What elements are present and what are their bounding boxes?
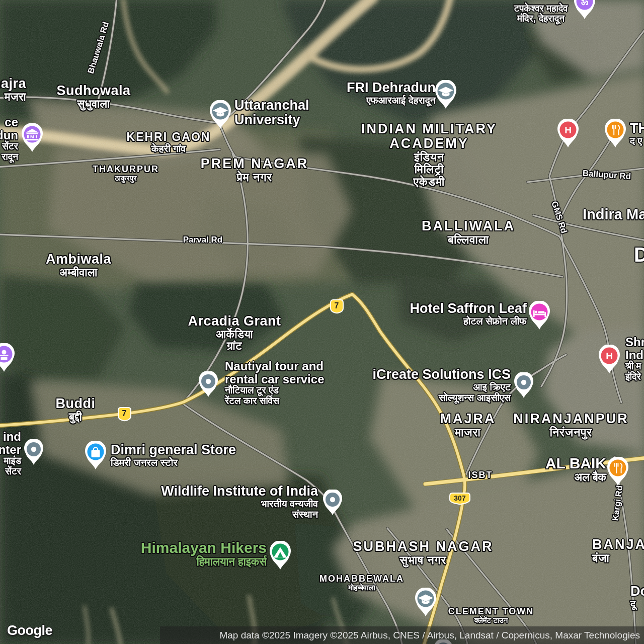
label-majra-left-cut[interactable]: najraमजरा bbox=[0, 76, 26, 103]
label-subhash-nagar-line[interactable]: सुभाष नगर bbox=[353, 554, 493, 567]
label-icreate-solutions-line[interactable]: सोल्यूशन्स आइसीएस bbox=[372, 392, 511, 403]
label-indira-market-cut[interactable]: Indira Mar bbox=[583, 207, 644, 222]
marker-icreate-solutions-poi-icon[interactable] bbox=[513, 372, 534, 400]
attribution-text[interactable]: Map data ©2025 Imagery ©2025 Airbus, CNE… bbox=[219, 630, 640, 641]
label-himalayan-hikers[interactable]: Himalayan Hikersहिमालयान हाइकर्स bbox=[141, 540, 267, 568]
marker-fri-dehradun-school-icon[interactable] bbox=[434, 80, 457, 111]
label-the-right-cut[interactable]: THद ए bbox=[630, 121, 644, 146]
label-science-centre-cut[interactable]: cedunसेंटररादून bbox=[0, 116, 18, 162]
label-banjarawala-cut-line[interactable]: बंजा bbox=[592, 552, 644, 565]
label-dimri-general-store[interactable]: Dimri general Storeडिमरी जनरल स्टोर bbox=[111, 443, 236, 468]
label-wildlife-institute[interactable]: Wildlife Institute of Indiaभारतीय वन्यजी… bbox=[161, 484, 318, 520]
marker-himalayan-hikers-camp-icon[interactable] bbox=[269, 541, 292, 572]
label-balliwala[interactable]: BALLIWALAबल्लिवाला bbox=[422, 219, 515, 246]
label-dehradun-city-cut-line[interactable]: D bbox=[634, 244, 644, 266]
label-balliwala-line[interactable]: बल्लिवाला bbox=[422, 233, 515, 246]
label-science-centre-cut-line[interactable]: dun bbox=[0, 129, 18, 142]
label-indira-market-cut-line[interactable]: Indira Mar bbox=[583, 207, 644, 222]
marker-hospital-top-hospital-icon[interactable]: H bbox=[556, 119, 580, 150]
label-isbt[interactable]: ISBT bbox=[468, 470, 493, 480]
label-arcadia-grant-line[interactable]: Arcadia Grant bbox=[188, 314, 281, 329]
label-shri-hospital-cut-line[interactable]: श्री म bbox=[625, 361, 644, 371]
label-balliwala-line[interactable]: BALLIWALA bbox=[422, 219, 515, 233]
label-clement-town-line[interactable]: CLEMENT TOWN bbox=[448, 607, 534, 616]
label-sudhowala-line[interactable]: Sudhowala bbox=[56, 84, 130, 98]
marker-restaurant-top-restaurant-icon[interactable] bbox=[604, 119, 627, 150]
label-kehri-gaon-line[interactable]: केहरी गांव bbox=[127, 143, 211, 154]
label-indian-military-academy-line[interactable]: INDIAN MILITARY bbox=[361, 122, 497, 136]
label-majra-left-cut-line[interactable]: मजरा bbox=[0, 91, 26, 103]
label-icreate-solutions-line[interactable]: iCreate Solutions ICS bbox=[372, 367, 511, 382]
route-badge-7[interactable]: 7 bbox=[118, 407, 131, 422]
marker-mind-center-poi-icon[interactable] bbox=[23, 439, 44, 467]
label-ambiwala[interactable]: Ambiwalaअम्बीवाला bbox=[46, 252, 111, 278]
label-tapkeshwar-temple[interactable]: टपकेश्वर महादेवमंदिर, देहरादून bbox=[514, 4, 568, 24]
marker-clement-school-school-icon[interactable] bbox=[414, 588, 437, 619]
label-clement-town[interactable]: CLEMENT TOWNक्लेमेंट टाउन bbox=[448, 607, 534, 624]
label-fri-dehradun-line[interactable]: FRI Dehradun bbox=[347, 80, 436, 95]
label-niranjanpur[interactable]: NIRANJANPURनिरंजनपुर bbox=[513, 412, 629, 438]
marker-nautiyal-car-service-poi-icon[interactable] bbox=[198, 371, 219, 399]
marker-al-baik-restaurant-icon[interactable] bbox=[606, 457, 629, 488]
marker-uttaranchal-university-school-icon[interactable] bbox=[209, 100, 232, 131]
label-isbt-line[interactable]: ISBT bbox=[468, 470, 493, 480]
label-do-right-cut-line[interactable]: दू bbox=[630, 599, 644, 609]
marker-tapkeshwar-temple-om-icon[interactable]: ॐ bbox=[573, 0, 596, 22]
route-badge-label[interactable]: 307 bbox=[449, 493, 470, 505]
label-fri-dehradun-line[interactable]: एफआरआई देहरादून bbox=[347, 95, 436, 106]
route-badge-7[interactable]: 7 bbox=[330, 299, 344, 314]
route-badge-label[interactable]: 7 bbox=[118, 407, 131, 422]
label-wildlife-institute-line[interactable]: Wildlife Institute of India bbox=[161, 484, 318, 499]
label-tapkeshwar-temple-line[interactable]: मंदिर, देहरादून bbox=[514, 14, 568, 24]
label-buddi[interactable]: Buddiबुद्दी bbox=[56, 396, 96, 423]
label-shri-hospital-cut-line[interactable]: Shr bbox=[625, 336, 644, 349]
label-majra[interactable]: MAJRAमाजरा bbox=[440, 412, 496, 438]
label-al-baik-line[interactable]: अल बैक bbox=[545, 471, 606, 484]
label-prem-nagar-line[interactable]: PREM NAGAR bbox=[201, 156, 309, 171]
label-kehri-gaon-line[interactable]: KEHRI GAON bbox=[127, 131, 211, 143]
label-uttaranchal-university[interactable]: UttaranchalUniversity bbox=[234, 98, 309, 127]
label-prem-nagar-line[interactable]: प्रेम नगर bbox=[201, 171, 309, 184]
label-sudhowala-line[interactable]: सुधुवाला bbox=[56, 98, 130, 110]
label-nautiyal-car-service[interactable]: Nautiyal tour andrental car serviceनौटिय… bbox=[225, 360, 324, 406]
label-science-centre-cut-line[interactable]: रादून bbox=[0, 152, 18, 162]
label-science-centre-cut-line[interactable]: सेंटर bbox=[0, 141, 18, 151]
label-himalayan-hikers-line[interactable]: हिमालयान हाइकर्स bbox=[141, 556, 267, 568]
label-nautiyal-car-service-line[interactable]: Nautiyal tour and bbox=[225, 360, 324, 373]
label-thakurpur-line[interactable]: ठाकुरपुर bbox=[93, 175, 159, 183]
label-indian-military-academy-line[interactable]: एकेडमी bbox=[361, 176, 497, 188]
label-mind-center-cut-line[interactable]: nter bbox=[0, 443, 21, 456]
label-indian-military-academy-line[interactable]: ACADEMY bbox=[361, 136, 497, 151]
label-wildlife-institute-line[interactable]: भारतीय वन्यजीव bbox=[161, 499, 318, 509]
label-hotel-saffron-leaf-line[interactable]: Hotel Saffron Leaf bbox=[410, 301, 527, 316]
label-indian-military-academy-line[interactable]: मिलिट्री bbox=[361, 164, 497, 176]
google-logo[interactable]: Google bbox=[7, 623, 52, 638]
label-shri-hospital-cut-line[interactable]: इंदिरे bbox=[625, 372, 644, 382]
marker-wildlife-institute-poi-icon[interactable] bbox=[322, 490, 343, 518]
marker-hotel-saffron-leaf-hotel-icon[interactable] bbox=[528, 301, 551, 332]
label-banjarawala-cut[interactable]: BANJAबंजा bbox=[592, 537, 644, 564]
label-mohabbewala-line[interactable]: MOHABBEWALA bbox=[319, 574, 404, 584]
google-maps-satellite-view[interactable]: najraमजराSudhowalaसुधुवालाBhauwala Rdced… bbox=[0, 0, 644, 644]
label-majra-left-cut-line[interactable]: najra bbox=[0, 76, 26, 91]
label-nautiyal-car-service-line[interactable]: नौटियाल टूर एंड bbox=[225, 385, 324, 395]
marker-temple-left-edge-temple-icon[interactable] bbox=[0, 343, 16, 374]
label-hotel-saffron-leaf-line[interactable]: होटल सेफ्रोन लीफ bbox=[410, 316, 527, 327]
label-mind-center-cut[interactable]: indnterमाइंडसेंटर bbox=[0, 430, 21, 476]
label-majra-line[interactable]: MAJRA bbox=[440, 412, 496, 426]
label-science-centre-cut-line[interactable]: ce bbox=[0, 116, 18, 129]
label-sudhowala[interactable]: Sudhowalaसुधुवाला bbox=[56, 84, 130, 110]
label-mind-center-cut-line[interactable]: ind bbox=[0, 430, 21, 443]
label-ambiwala-line[interactable]: Ambiwala bbox=[46, 252, 111, 267]
label-subhash-nagar-line[interactable]: SUBHASH NAGAR bbox=[353, 539, 493, 554]
label-arcadia-grant[interactable]: Arcadia Grantआर्केडियाग्रांट bbox=[188, 314, 281, 352]
label-do-right-cut-line[interactable]: Do bbox=[630, 584, 644, 599]
attribution-bar[interactable]: Map data ©2025 Imagery ©2025 Airbus, CNE… bbox=[160, 626, 644, 644]
label-al-baik-line[interactable]: AL BAIK bbox=[545, 455, 606, 471]
label-banjarawala-cut-line[interactable]: BANJA bbox=[592, 537, 644, 552]
label-ambiwala-line[interactable]: अम्बीवाला bbox=[46, 267, 111, 279]
label-do-right-cut[interactable]: Doदू bbox=[630, 584, 644, 609]
label-kehri-gaon[interactable]: KEHRI GAONकेहरी गांव bbox=[127, 131, 211, 154]
label-thakurpur[interactable]: THAKURPURठाकुरपुर bbox=[93, 165, 159, 182]
label-subhash-nagar[interactable]: SUBHASH NAGARसुभाष नगर bbox=[353, 539, 493, 566]
